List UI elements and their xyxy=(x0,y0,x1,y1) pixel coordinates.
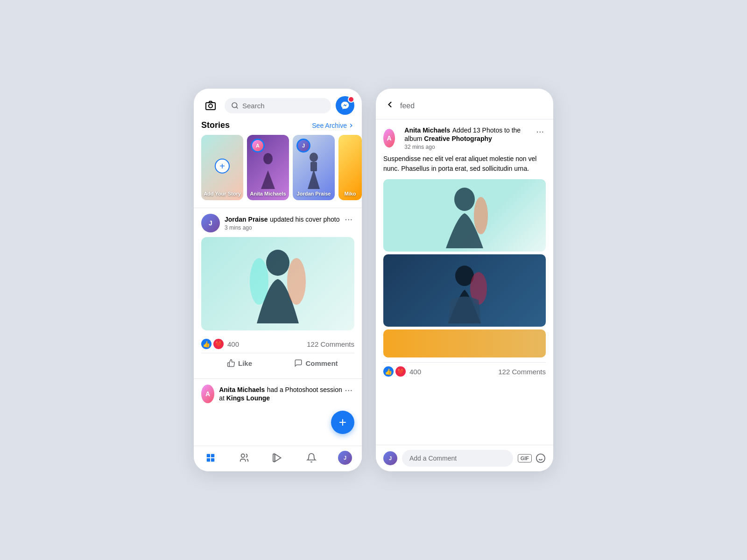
post-anita-text: Anita Michaels had a Photoshoot session … xyxy=(219,385,343,402)
right-reactions: 👍 ❤️ 400 122 Comments xyxy=(383,362,546,380)
post-jordan-image xyxy=(201,237,354,330)
svg-point-1 xyxy=(209,104,212,108)
person-silhouette-jordan xyxy=(302,152,325,189)
notification-icon xyxy=(306,453,317,463)
album-image-1 xyxy=(383,179,546,252)
post-jordan-reactions: 👍 ❤️ 400 122 Comments xyxy=(201,335,354,353)
camera-button[interactable] xyxy=(201,96,220,115)
post-jordan-more[interactable]: ··· xyxy=(343,214,354,224)
svg-rect-10 xyxy=(211,454,214,457)
svg-rect-15 xyxy=(273,454,275,462)
story-anita[interactable]: A Anita Michaels xyxy=(247,135,289,200)
reactions-count: 400 xyxy=(227,340,239,348)
comments-count[interactable]: 122 Comments xyxy=(307,340,354,348)
like-reaction: 👍 xyxy=(201,339,211,349)
album-image-2 xyxy=(383,254,546,327)
post-anita-more[interactable]: ··· xyxy=(343,385,354,395)
stories-title: Stories xyxy=(201,120,230,130)
right-header: feed xyxy=(376,89,553,119)
create-post-fab[interactable]: + xyxy=(331,411,354,434)
svg-marker-14 xyxy=(275,454,281,462)
comment-input[interactable]: Add a Comment xyxy=(402,450,513,467)
like-button[interactable]: Like xyxy=(201,355,278,371)
search-bar[interactable]: Search xyxy=(225,98,331,113)
miko-story-label: Miko xyxy=(338,191,362,196)
gif-button[interactable]: GIF xyxy=(518,454,532,462)
right-post-time: 32 mins ago xyxy=(404,144,534,150)
post-jordan: J Jordan Praise updated his cover photo … xyxy=(194,208,362,378)
stories-header: Stories See Archive xyxy=(194,120,362,135)
love-reaction: ❤️ xyxy=(213,339,224,349)
post-actions: Like Comment xyxy=(201,353,354,373)
back-button[interactable] xyxy=(383,98,396,113)
avatar-anita-right[interactable]: A xyxy=(383,129,395,147)
anita-story-label: Anita Michaels xyxy=(247,191,289,196)
story-avatar-anita: A xyxy=(251,139,265,153)
right-post-user-text: Anita Michaels Added 13 Photos to the al… xyxy=(404,126,534,143)
comment-placeholder: Add a Comment xyxy=(409,455,457,462)
see-archive-button[interactable]: See Archive xyxy=(312,122,354,129)
right-love-reaction: ❤️ xyxy=(395,366,406,377)
stories-row: + Add Your Story A Anita Michaels J xyxy=(194,135,362,208)
avatar-anita[interactable]: A xyxy=(201,385,214,403)
nav-home[interactable] xyxy=(194,451,227,465)
post-jordan-header: J Jordan Praise updated his cover photo … xyxy=(201,214,354,232)
svg-rect-12 xyxy=(211,458,214,462)
add-story-icon: + xyxy=(215,159,230,174)
messenger-icon xyxy=(340,101,350,110)
emoji-icon[interactable] xyxy=(536,453,546,463)
messenger-badge xyxy=(348,96,354,103)
svg-point-17 xyxy=(474,197,488,234)
right-post-more[interactable]: ··· xyxy=(534,126,546,137)
comment-user-avatar: J xyxy=(383,451,397,465)
story-jordan[interactable]: J Jordan Praise xyxy=(293,135,335,200)
svg-point-4 xyxy=(310,153,318,162)
nav-friends[interactable] xyxy=(227,451,261,465)
comment-bar: J Add a Comment GIF xyxy=(376,445,553,471)
comment-button[interactable]: Comment xyxy=(278,355,354,371)
post-jordan-name-action: Jordan Praise updated his cover photo xyxy=(225,215,340,223)
left-phone: Search Stories See Archive + Add Your xyxy=(194,89,362,471)
search-placeholder: Search xyxy=(242,102,265,110)
bottom-nav: J xyxy=(194,446,362,471)
svg-point-20 xyxy=(536,454,545,462)
right-reactions-count: 400 xyxy=(409,368,421,376)
profile-avatar: J xyxy=(338,451,352,465)
nav-notifications[interactable] xyxy=(295,451,328,465)
album-silhouette-2 xyxy=(437,258,493,323)
svg-rect-11 xyxy=(207,458,210,462)
story-miko[interactable]: Miko xyxy=(338,135,362,200)
avatar-jordan[interactable]: J xyxy=(201,214,220,232)
home-icon xyxy=(205,453,216,463)
like-icon xyxy=(227,359,235,367)
story-add-card[interactable]: + Add Your Story xyxy=(201,135,243,200)
back-arrow-icon xyxy=(385,100,395,109)
right-phone: feed A Anita Michaels Added 13 Photos to… xyxy=(376,89,553,471)
right-comments-count[interactable]: 122 Comments xyxy=(498,368,546,376)
album-images xyxy=(383,179,546,357)
nav-watch[interactable] xyxy=(261,451,295,465)
post-body-text: Suspendisse nec elit vel erat aliquet mo… xyxy=(383,154,546,174)
post-user-jordan: J Jordan Praise updated his cover photo … xyxy=(201,214,340,232)
search-icon xyxy=(231,102,239,109)
svg-rect-9 xyxy=(207,454,210,457)
comment-icon xyxy=(294,359,303,367)
svg-point-3 xyxy=(263,153,273,164)
messenger-button[interactable] xyxy=(336,96,354,115)
svg-rect-5 xyxy=(310,162,317,171)
post-jordan-time: 3 mins ago xyxy=(225,224,340,231)
svg-point-16 xyxy=(454,188,475,211)
add-story-label: Add Your Story xyxy=(201,191,243,196)
svg-point-6 xyxy=(266,250,289,276)
post-anita: A Anita Michaels had a Photoshoot sessio… xyxy=(194,378,362,413)
nav-profile[interactable]: J xyxy=(328,451,362,465)
jordan-story-label: Jordan Praise xyxy=(293,191,335,196)
feed-title: feed xyxy=(400,102,415,110)
right-post: A Anita Michaels Added 13 Photos to the … xyxy=(376,119,553,380)
friends-icon xyxy=(239,453,249,463)
svg-point-7 xyxy=(287,258,306,305)
left-header: Search xyxy=(194,89,362,120)
watch-icon xyxy=(273,453,283,463)
chevron-right-icon xyxy=(348,122,354,129)
post-image-silhouette xyxy=(245,244,310,323)
